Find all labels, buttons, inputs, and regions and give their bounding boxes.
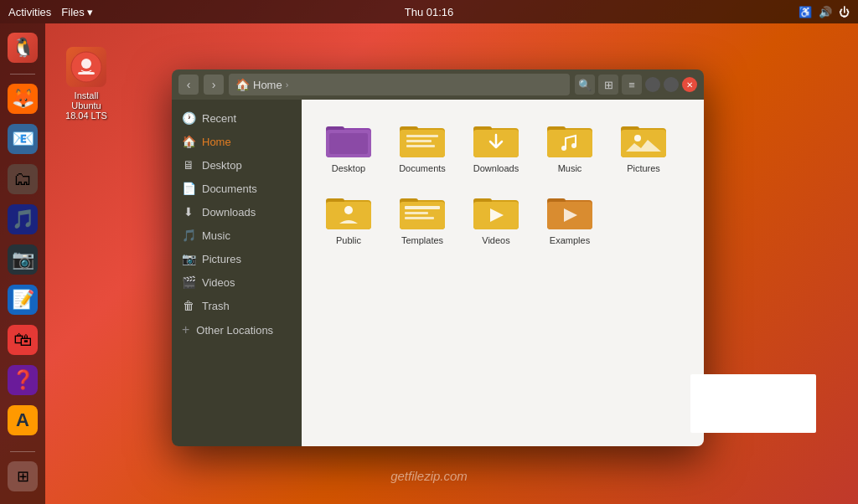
sidebar-item-music-label: Music (202, 229, 230, 242)
folder-downloads-label: Downloads (473, 163, 519, 173)
activities-button[interactable]: Activities (8, 6, 51, 18)
recent-icon: 🕐 (182, 111, 195, 125)
home-icon: 🏠 (235, 78, 250, 91)
folder-documents[interactable]: Documents (389, 113, 456, 178)
sidebar-item-downloads[interactable]: ⬇ Downloads (172, 200, 302, 224)
minimize-button[interactable] (645, 77, 660, 92)
sidebar-item-documents[interactable]: 📄 Documents (172, 177, 302, 200)
folder-examples[interactable]: Examples (536, 185, 603, 250)
svg-rect-32 (405, 206, 440, 209)
desktop-icon-sidebar: 🖥 (182, 158, 195, 172)
files-menu-label: Files (61, 6, 84, 18)
dock-item-files[interactable]: 🗂 (5, 162, 40, 197)
dock-item-help[interactable]: ❓ (5, 363, 40, 398)
dock-item-thunderbird[interactable]: 📧 (5, 121, 40, 157)
documents-icon: 📄 (182, 182, 195, 195)
dock-bottom: ⊞ (0, 448, 45, 496)
dock-item-rhythmbox[interactable]: 🎵 (5, 202, 40, 237)
sidebar-item-documents-label: Documents (202, 183, 257, 195)
maximize-button[interactable] (664, 77, 679, 92)
watermark: getfilezip.com (390, 469, 468, 483)
folder-icon-downloads (469, 118, 523, 162)
volume-icon[interactable]: 🔊 (819, 6, 832, 18)
sidebar: 🕐 Recent 🏠 Home 🖥 Desktop 📄 Documents ⬇ (172, 100, 302, 446)
folder-icon-music (543, 118, 597, 162)
sidebar-item-videos[interactable]: 🎬 Videos (172, 270, 302, 294)
topbar-clock: Thu 01:16 (405, 6, 454, 18)
sidebar-item-home[interactable]: 🏠 Home (172, 130, 302, 153)
home-sidebar-icon: 🏠 (182, 135, 195, 148)
menu-button[interactable]: ≡ (622, 75, 642, 95)
power-icon[interactable]: ⏻ (839, 6, 850, 18)
main-content: Desktop (302, 100, 704, 446)
folder-templates[interactable]: Templates (389, 185, 456, 250)
sidebar-item-recent[interactable]: 🕐 Recent (172, 106, 302, 130)
svg-rect-6 (329, 133, 368, 154)
files-menu-arrow: ▾ (87, 6, 93, 18)
folder-examples-label: Examples (550, 235, 590, 245)
accessibility-icon[interactable]: ♿ (799, 6, 812, 18)
files-menu[interactable]: Files ▾ (61, 6, 92, 18)
breadcrumb: 🏠 Home › (229, 74, 570, 95)
svg-point-1 (81, 59, 91, 69)
svg-rect-33 (405, 212, 428, 214)
titlebar: ‹ › 🏠 Home › 🔍 ⊞ ≡ ✕ (172, 69, 704, 100)
dock-separator-bottom (10, 451, 35, 452)
sidebar-item-recent-label: Recent (202, 112, 236, 125)
folder-videos-label: Videos (482, 235, 509, 245)
svg-point-19 (561, 146, 566, 151)
sidebar-item-home-label: Home (202, 136, 231, 148)
dock-item-apps[interactable]: ⊞ (5, 459, 40, 494)
dock: 🐧 🦊 📧 🗂 🎵 📷 📝 🛍 ❓ A (0, 23, 45, 504)
topbar-right: ♿ 🔊 ⏻ (799, 6, 850, 18)
svg-point-24 (634, 135, 641, 141)
folder-grid: Desktop (315, 113, 690, 250)
svg-rect-12 (406, 145, 435, 147)
search-button[interactable]: 🔍 (575, 75, 595, 95)
folder-music[interactable]: Music (536, 113, 603, 178)
breadcrumb-text: Home (253, 79, 282, 91)
sidebar-item-videos-label: Videos (202, 276, 235, 289)
pictures-icon: 📷 (182, 252, 195, 265)
sidebar-item-trash[interactable]: 🗑 Trash (172, 294, 302, 317)
dock-item-shotwell[interactable]: 📷 (5, 242, 40, 277)
add-location-icon: + (182, 322, 189, 337)
back-button[interactable]: ‹ (178, 75, 199, 95)
downloads-icon: ⬇ (182, 205, 195, 219)
folder-icon-pictures (617, 118, 670, 162)
desktop-icon-install-ubuntu[interactable]: Install Ubuntu 18.04 LTS (57, 47, 116, 121)
topbar: Activities Files ▾ Thu 01:16 ♿ 🔊 ⏻ (0, 0, 858, 23)
close-button[interactable]: ✕ (682, 77, 697, 92)
folder-icon-documents (395, 118, 449, 162)
svg-rect-34 (405, 217, 434, 219)
folder-icon-videos (469, 190, 523, 234)
svg-rect-18 (547, 130, 592, 157)
folder-downloads[interactable]: Downloads (463, 113, 530, 178)
dock-item-firefox[interactable]: 🦊 (5, 81, 40, 116)
sidebar-item-other-locations[interactable]: + Other Locations (172, 317, 302, 342)
file-manager-window: ‹ › 🏠 Home › 🔍 ⊞ ≡ ✕ 🕐 Recent (172, 69, 704, 446)
folder-videos[interactable]: Videos (463, 185, 530, 250)
music-icon: 🎵 (182, 229, 195, 242)
dock-separator (10, 74, 35, 75)
dock-item-ubuntu[interactable]: 🐧 (5, 30, 40, 65)
dock-item-amazon[interactable]: A (5, 403, 40, 438)
sidebar-item-desktop[interactable]: 🖥 Desktop (172, 153, 302, 177)
sidebar-item-pictures[interactable]: 📷 Pictures (172, 247, 302, 270)
folder-pictures[interactable]: Pictures (610, 113, 677, 178)
forward-button[interactable]: › (204, 75, 224, 95)
dock-item-appstore[interactable]: 🛍 (5, 322, 40, 357)
folder-templates-label: Templates (401, 235, 443, 245)
folder-public[interactable]: Public (315, 185, 382, 250)
svg-rect-10 (406, 135, 438, 137)
dock-item-writer[interactable]: 📝 (5, 282, 40, 317)
breadcrumb-chevron: › (286, 80, 289, 90)
topbar-left: Activities Files ▾ (8, 6, 93, 18)
svg-rect-27 (326, 202, 371, 229)
view-toggle-button[interactable]: ⊞ (598, 75, 618, 95)
folder-desktop[interactable]: Desktop (315, 113, 382, 178)
sidebar-item-music[interactable]: 🎵 Music (172, 224, 302, 247)
white-rectangle (690, 374, 816, 433)
sidebar-item-other-locations-label: Other Locations (196, 324, 273, 337)
folder-music-label: Music (558, 163, 582, 173)
